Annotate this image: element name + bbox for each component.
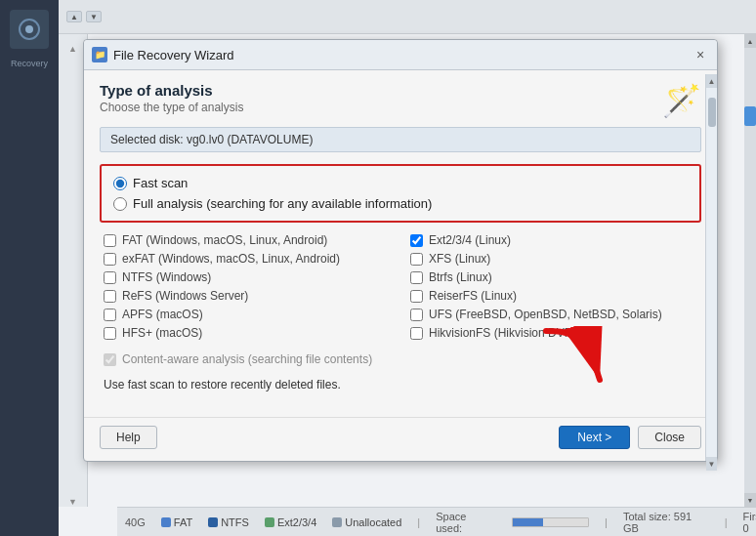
fs-btrfs-checkbox[interactable]	[410, 271, 423, 284]
ntfs-tab-label: NTFS	[221, 516, 249, 528]
content-aware-section: Content-aware analysis (searching file c…	[100, 352, 701, 366]
status-tab-ext: Ext2/3/4	[265, 516, 316, 528]
fs-ufs[interactable]: UFS (FreeBSD, OpenBSD, NetBSD, Solaris)	[410, 307, 697, 322]
fs-fat-checkbox[interactable]	[104, 234, 116, 247]
fs-btrfs[interactable]: Btrfs (Linux)	[410, 269, 697, 285]
close-button[interactable]: Close	[638, 426, 701, 449]
fs-fat[interactable]: FAT (Windows, macOS, Linux, Android)	[104, 232, 391, 248]
fs-refs[interactable]: ReFS (Windows Server)	[104, 288, 391, 304]
sidebar-label: Recovery	[11, 59, 48, 68]
fs-exfat-checkbox[interactable]	[104, 253, 116, 266]
fs-apfs-checkbox[interactable]	[104, 309, 116, 321]
filesystem-grid: FAT (Windows, macOS, Linux, Android) Ext…	[100, 232, 701, 341]
fs-hikvision[interactable]: HikvisionFS (Hikvision DVR)	[410, 325, 697, 341]
app-sidebar: Recovery	[0, 0, 59, 536]
dialog-title: 📁 File Recovery Wizard	[92, 47, 234, 62]
space-used-label: Space used:	[436, 511, 494, 534]
toolbar-scroll-right[interactable]: ▼	[86, 11, 102, 22]
next-button[interactable]: Next >	[559, 426, 630, 449]
space-used-fill	[513, 518, 543, 526]
fs-ufs-checkbox[interactable]	[410, 309, 423, 321]
dialog-title-label: File Recovery Wizard	[113, 48, 234, 62]
fs-xfs[interactable]: XFS (Linux)	[410, 251, 697, 267]
fs-hfsplus-checkbox[interactable]	[104, 327, 116, 340]
fs-ext234-label: Ext2/3/4 (Linux)	[429, 233, 511, 247]
full-analysis-label: Full analysis (searching for any availab…	[133, 196, 432, 211]
dialog-body: Selected disk: vg0.lv0 (DATAVOLUME) Fast…	[84, 127, 717, 417]
status-tab-fat: FAT	[161, 516, 192, 528]
ext-tab-label: Ext2/3/4	[277, 516, 316, 528]
fs-fat-label: FAT (Windows, macOS, Linux, Android)	[122, 233, 327, 247]
dialog-header-text: Type of analysis Choose the type of anal…	[100, 82, 243, 114]
fs-ntfs-checkbox[interactable]	[104, 271, 116, 284]
dialog-close-x-button[interactable]: ×	[692, 46, 709, 63]
radio-section: Fast scan Full analysis (searching for a…	[100, 164, 701, 223]
fs-ntfs[interactable]: NTFS (Windows)	[104, 269, 391, 285]
full-analysis-radio[interactable]	[113, 197, 127, 211]
status-bar: 40G FAT NTFS Ext2/3/4 Unallocated | Spac…	[117, 507, 756, 536]
toolbar-scroll-left[interactable]: ▲	[66, 11, 82, 22]
help-button[interactable]: Help	[100, 426, 157, 449]
fs-hikvision-checkbox[interactable]	[410, 327, 423, 340]
fs-ext234-checkbox[interactable]	[410, 234, 423, 247]
file-recovery-dialog: 📁 File Recovery Wizard × Type of analysi…	[83, 39, 718, 462]
radio-fast-scan[interactable]: Fast scan	[113, 176, 688, 190]
first-sector-label: First sector: 0	[743, 511, 757, 534]
space-used-bar	[512, 517, 589, 527]
fs-apfs[interactable]: APFS (macOS)	[104, 307, 391, 322]
panel-up-arrow[interactable]: ▲	[68, 44, 77, 54]
fs-reiserfs[interactable]: ReiserFS (Linux)	[410, 288, 697, 304]
status-tab-ntfs: NTFS	[208, 516, 249, 528]
radio-full-analysis[interactable]: Full analysis (searching for any availab…	[113, 196, 688, 211]
dialog-scroll-track	[706, 98, 717, 457]
selected-disk-bar: Selected disk: vg0.lv0 (DATAVOLUME)	[100, 127, 701, 152]
fs-xfs-label: XFS (Linux)	[429, 252, 490, 266]
scroll-down-btn[interactable]: ▼	[744, 493, 756, 507]
fs-ntfs-label: NTFS (Windows)	[122, 270, 211, 284]
unalloc-tab-label: Unallocated	[345, 516, 401, 528]
fs-exfat-label: exFAT (Windows, macOS, Linux, Android)	[122, 252, 340, 266]
scroll-up-btn[interactable]: ▲	[744, 34, 756, 48]
fs-hikvision-label: HikvisionFS (Hikvision DVR)	[429, 326, 576, 340]
fs-exfat[interactable]: exFAT (Windows, macOS, Linux, Android)	[104, 251, 391, 267]
status-divider-2: |	[605, 516, 608, 528]
ntfs-color-dot	[208, 517, 218, 527]
content-aware-checkbox	[104, 353, 116, 366]
unalloc-color-dot	[332, 517, 342, 527]
fs-apfs-label: APFS (macOS)	[122, 308, 203, 321]
fat-tab-label: FAT	[174, 516, 192, 528]
dialog-header: Type of analysis Choose the type of anal…	[84, 70, 717, 127]
fast-scan-radio[interactable]	[113, 177, 127, 190]
fs-hfsplus[interactable]: HFS+ (macOS)	[104, 325, 391, 341]
dialog-scroll-up[interactable]: ▲	[706, 74, 717, 88]
total-size-label: Total size: 591 GB	[623, 511, 709, 534]
dialog-scroll-down[interactable]: ▼	[706, 457, 717, 471]
panel-down-arrow[interactable]: ▼	[68, 497, 77, 507]
fs-ext234[interactable]: Ext2/3/4 (Linux)	[410, 232, 697, 248]
fs-xfs-checkbox[interactable]	[410, 253, 423, 266]
dialog-scrollbar: ▲ ▼	[705, 74, 717, 461]
dialog-wizard-icon: 🪄	[662, 82, 701, 119]
dialog-title-icon: 📁	[92, 47, 107, 62]
fast-scan-label: Fast scan	[133, 176, 188, 190]
fat-color-dot	[161, 517, 171, 527]
fs-reiserfs-checkbox[interactable]	[410, 290, 423, 303]
dialog-subtitle: Choose the type of analysis	[100, 101, 243, 114]
fs-ufs-label: UFS (FreeBSD, OpenBSD, NetBSD, Solaris)	[429, 308, 662, 321]
ext-color-dot	[265, 517, 274, 527]
status-divider-1: |	[417, 516, 420, 528]
content-aware-label: Content-aware analysis (searching file c…	[122, 352, 372, 366]
status-divider-3: |	[725, 516, 728, 528]
status-tab-unalloc: Unallocated	[332, 516, 401, 528]
fs-refs-checkbox[interactable]	[104, 290, 116, 303]
scroll-thumb-blue	[744, 106, 756, 126]
fs-reiserfs-label: ReiserFS (Linux)	[429, 289, 517, 303]
dialog-footer: Help Next > Close	[84, 417, 717, 461]
app-right-scrollbar: ▲ ▼	[744, 34, 756, 507]
dialog-main-title: Type of analysis	[100, 82, 243, 99]
selected-disk-label: Selected disk: vg0.lv0 (DATAVOLUME)	[110, 133, 313, 146]
fs-btrfs-label: Btrfs (Linux)	[429, 270, 492, 284]
fs-hfsplus-label: HFS+ (macOS)	[122, 326, 202, 340]
dialog-scroll-thumb	[708, 98, 716, 127]
dialog-titlebar: 📁 File Recovery Wizard ×	[84, 40, 717, 70]
